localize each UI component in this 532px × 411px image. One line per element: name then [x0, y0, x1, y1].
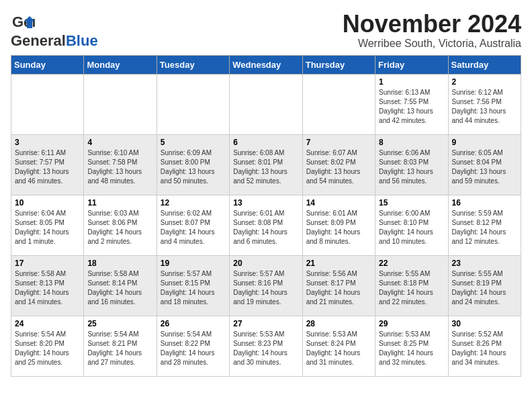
logo-general: General — [11, 32, 66, 49]
day-info: Sunrise: 6:13 AM Sunset: 7:55 PM Dayligh… — [379, 88, 444, 126]
day-number: 12 — [161, 198, 226, 208]
day-info: Sunrise: 5:55 AM Sunset: 8:19 PM Dayligh… — [452, 269, 517, 307]
calendar-cell: 19Sunrise: 5:57 AM Sunset: 8:15 PM Dayli… — [157, 256, 229, 316]
day-number: 28 — [306, 319, 371, 328]
calendar-cell: 13Sunrise: 6:01 AM Sunset: 8:08 PM Dayli… — [230, 195, 302, 256]
calendar-cell: 18Sunrise: 5:58 AM Sunset: 8:14 PM Dayli… — [84, 256, 157, 316]
calendar-cell: 22Sunrise: 5:55 AM Sunset: 8:18 PM Dayli… — [375, 256, 448, 316]
calendar-cell: 4Sunrise: 6:10 AM Sunset: 7:58 PM Daylig… — [84, 135, 157, 195]
header-day-thursday: Thursday — [302, 56, 375, 75]
day-number: 21 — [306, 259, 371, 268]
week-row-1: 1Sunrise: 6:13 AM Sunset: 7:55 PM Daylig… — [11, 75, 521, 135]
day-number: 1 — [379, 77, 444, 87]
week-row-4: 17Sunrise: 5:58 AM Sunset: 8:13 PM Dayli… — [11, 256, 521, 316]
day-number: 5 — [161, 138, 226, 147]
calendar-cell: 16Sunrise: 5:59 AM Sunset: 8:12 PM Dayli… — [448, 195, 521, 256]
calendar-cell — [157, 75, 229, 135]
day-info: Sunrise: 5:52 AM Sunset: 8:26 PM Dayligh… — [452, 330, 517, 367]
header-day-monday: Monday — [84, 56, 157, 75]
day-number: 24 — [15, 319, 80, 328]
header-day-saturday: Saturday — [448, 56, 521, 75]
day-info: Sunrise: 5:58 AM Sunset: 8:13 PM Dayligh… — [15, 269, 80, 307]
day-info: Sunrise: 5:53 AM Sunset: 8:24 PM Dayligh… — [306, 330, 371, 367]
day-number: 9 — [452, 138, 517, 147]
day-number: 7 — [306, 138, 371, 147]
day-info: Sunrise: 5:58 AM Sunset: 8:14 PM Dayligh… — [87, 269, 152, 307]
day-number: 17 — [15, 259, 80, 268]
day-number: 27 — [233, 319, 298, 328]
day-info: Sunrise: 5:54 AM Sunset: 8:22 PM Dayligh… — [161, 330, 226, 367]
day-info: Sunrise: 5:57 AM Sunset: 8:16 PM Dayligh… — [233, 269, 298, 307]
day-number: 15 — [379, 198, 444, 208]
calendar-cell — [11, 75, 84, 135]
calendar-cell: 21Sunrise: 5:56 AM Sunset: 8:17 PM Dayli… — [302, 256, 375, 316]
day-number: 20 — [233, 259, 298, 268]
day-number: 8 — [379, 138, 444, 147]
day-info: Sunrise: 6:06 AM Sunset: 8:03 PM Dayligh… — [379, 148, 444, 186]
week-row-2: 3Sunrise: 6:11 AM Sunset: 7:57 PM Daylig… — [11, 135, 521, 195]
calendar-cell: 10Sunrise: 6:04 AM Sunset: 8:05 PM Dayli… — [11, 195, 84, 256]
calendar-cell: 15Sunrise: 6:00 AM Sunset: 8:10 PM Dayli… — [375, 195, 448, 256]
calendar-cell: 2Sunrise: 6:12 AM Sunset: 7:56 PM Daylig… — [448, 75, 521, 135]
logo: General GeneralBlue — [11, 11, 98, 50]
header: General GeneralBlue November 2024 Werrib… — [11, 11, 521, 50]
calendar-cell: 25Sunrise: 5:54 AM Sunset: 8:21 PM Dayli… — [84, 316, 157, 377]
calendar-cell — [230, 75, 302, 135]
day-number: 18 — [87, 259, 152, 268]
day-number: 23 — [452, 259, 517, 268]
day-number: 14 — [306, 198, 371, 208]
calendar-cell: 26Sunrise: 5:54 AM Sunset: 8:22 PM Dayli… — [157, 316, 229, 377]
day-number: 29 — [379, 319, 444, 328]
day-info: Sunrise: 6:03 AM Sunset: 8:06 PM Dayligh… — [87, 209, 152, 246]
day-number: 6 — [233, 138, 298, 147]
day-number: 25 — [87, 319, 152, 328]
calendar-cell: 9Sunrise: 6:05 AM Sunset: 8:04 PM Daylig… — [448, 135, 521, 195]
day-info: Sunrise: 5:55 AM Sunset: 8:18 PM Dayligh… — [379, 269, 444, 307]
calendar-table: SundayMondayTuesdayWednesdayThursdayFrid… — [11, 55, 521, 377]
day-number: 10 — [15, 198, 80, 208]
calendar-cell: 30Sunrise: 5:52 AM Sunset: 8:26 PM Dayli… — [448, 316, 521, 377]
day-number: 19 — [161, 259, 226, 268]
header-day-tuesday: Tuesday — [157, 56, 229, 75]
day-info: Sunrise: 6:01 AM Sunset: 8:09 PM Dayligh… — [306, 209, 371, 246]
calendar-cell — [302, 75, 375, 135]
location-title: Werribee South, Victoria, Australia — [343, 38, 521, 50]
calendar-cell: 8Sunrise: 6:06 AM Sunset: 8:03 PM Daylig… — [375, 135, 448, 195]
day-info: Sunrise: 6:10 AM Sunset: 7:58 PM Dayligh… — [87, 148, 152, 186]
calendar-cell: 24Sunrise: 5:54 AM Sunset: 8:20 PM Dayli… — [11, 316, 84, 377]
day-number: 30 — [452, 319, 517, 328]
header-day-sunday: Sunday — [11, 56, 84, 75]
day-info: Sunrise: 6:05 AM Sunset: 8:04 PM Dayligh… — [452, 148, 517, 186]
calendar-cell: 17Sunrise: 5:58 AM Sunset: 8:13 PM Dayli… — [11, 256, 84, 316]
day-number: 26 — [161, 319, 226, 328]
day-info: Sunrise: 5:54 AM Sunset: 8:20 PM Dayligh… — [15, 330, 80, 367]
calendar-cell: 14Sunrise: 6:01 AM Sunset: 8:09 PM Dayli… — [302, 195, 375, 256]
header-day-wednesday: Wednesday — [230, 56, 302, 75]
day-info: Sunrise: 6:08 AM Sunset: 8:01 PM Dayligh… — [233, 148, 298, 186]
day-number: 4 — [87, 138, 152, 147]
day-info: Sunrise: 5:57 AM Sunset: 8:15 PM Dayligh… — [161, 269, 226, 307]
calendar-cell: 1Sunrise: 6:13 AM Sunset: 7:55 PM Daylig… — [375, 75, 448, 135]
calendar-cell: 3Sunrise: 6:11 AM Sunset: 7:57 PM Daylig… — [11, 135, 84, 195]
day-number: 11 — [87, 198, 152, 208]
calendar-cell: 12Sunrise: 6:02 AM Sunset: 8:07 PM Dayli… — [157, 195, 229, 256]
day-info: Sunrise: 6:00 AM Sunset: 8:10 PM Dayligh… — [379, 209, 444, 246]
day-number: 13 — [233, 198, 298, 208]
logo-icon: General — [11, 11, 35, 35]
day-info: Sunrise: 6:11 AM Sunset: 7:57 PM Dayligh… — [15, 148, 80, 186]
day-info: Sunrise: 6:12 AM Sunset: 7:56 PM Dayligh… — [452, 88, 517, 126]
day-info: Sunrise: 5:54 AM Sunset: 8:21 PM Dayligh… — [87, 330, 152, 367]
logo-blue: Blue — [66, 32, 98, 49]
day-info: Sunrise: 5:56 AM Sunset: 8:17 PM Dayligh… — [306, 269, 371, 307]
week-row-5: 24Sunrise: 5:54 AM Sunset: 8:20 PM Dayli… — [11, 316, 521, 377]
calendar-cell: 7Sunrise: 6:07 AM Sunset: 8:02 PM Daylig… — [302, 135, 375, 195]
calendar-cell: 6Sunrise: 6:08 AM Sunset: 8:01 PM Daylig… — [230, 135, 302, 195]
day-info: Sunrise: 6:07 AM Sunset: 8:02 PM Dayligh… — [306, 148, 371, 186]
day-number: 2 — [452, 77, 517, 87]
day-info: Sunrise: 5:53 AM Sunset: 8:25 PM Dayligh… — [379, 330, 444, 367]
title-section: November 2024 Werribee South, Victoria, … — [343, 11, 521, 50]
day-info: Sunrise: 6:02 AM Sunset: 8:07 PM Dayligh… — [161, 209, 226, 246]
day-info: Sunrise: 6:01 AM Sunset: 8:08 PM Dayligh… — [233, 209, 298, 246]
calendar-cell: 11Sunrise: 6:03 AM Sunset: 8:06 PM Dayli… — [84, 195, 157, 256]
calendar-cell: 23Sunrise: 5:55 AM Sunset: 8:19 PM Dayli… — [448, 256, 521, 316]
